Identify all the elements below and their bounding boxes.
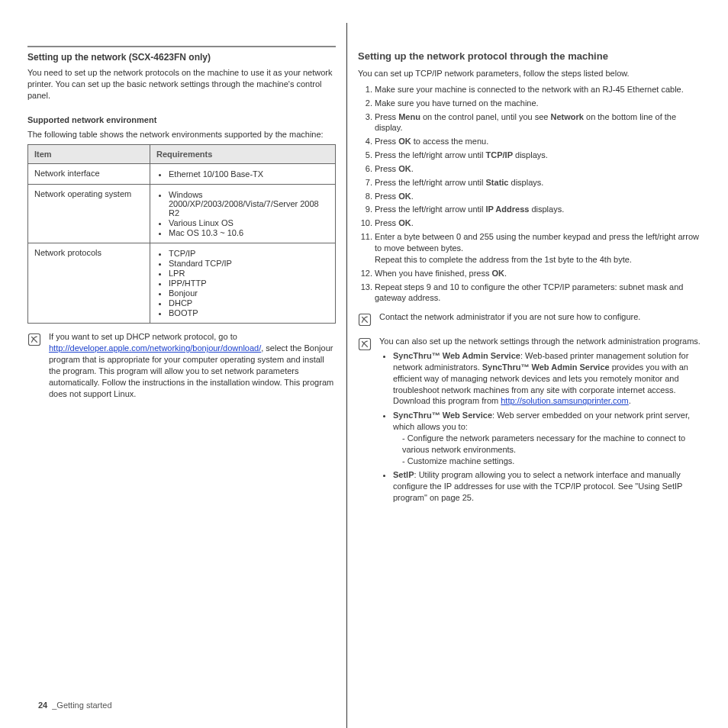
list-item: DHCP [169, 298, 329, 308]
list-item: Ethernet 10/100 Base-TX [169, 169, 329, 179]
note-icon [27, 333, 43, 399]
step-item: Press the left/right arrow until Static … [375, 177, 701, 188]
step-item: Press OK. [375, 191, 701, 202]
step-item: Press the left/right arrow until TCP/IP … [375, 150, 701, 161]
steps-list: Make sure your machine is connected to t… [358, 84, 701, 304]
list-item: BOOTP [169, 308, 329, 317]
step-item: When you have finished, press OK. [375, 268, 701, 279]
table-row-label: Network operating system [28, 185, 150, 243]
programs-note: You can also set up the network settings… [358, 336, 701, 507]
dash-item: - Configure the network parameters neces… [393, 433, 701, 456]
note-text: If you want to set up DHCP network proto… [49, 332, 237, 341]
step-item: Press Menu on the control panel, until y… [375, 111, 701, 134]
step-item: Press OK. [375, 217, 701, 229]
table-row-label: Network interface [28, 164, 150, 185]
table-row-values: Windows 2000/XP/2003/2008/Vista/7/Server… [150, 185, 336, 243]
list-item: SyncThru™ Web Admin Service: Web-based p… [393, 350, 701, 407]
right-section-heading: Setting up the network protocol through … [358, 50, 701, 62]
step-item: Repeat steps 9 and 10 to configure the o… [375, 282, 701, 304]
table-header-item: Item [28, 145, 150, 164]
step-item: Make sure you have turned on the machine… [375, 98, 701, 109]
admin-note: Contact the network administrator if you… [358, 311, 701, 328]
note-icon [358, 337, 373, 507]
intro-paragraph: You need to set up the network protocols… [27, 67, 336, 101]
page-number: 24 [38, 701, 47, 710]
table-row-values: Ethernet 10/100 Base-TX [150, 164, 336, 185]
list-item: LPR [169, 269, 329, 278]
list-item: SyncThru™ Web Service: Web server embedd… [393, 410, 701, 466]
note-icon [358, 313, 373, 328]
dash-item: - Customize machine settings. [393, 456, 701, 467]
list-item: Bonjour [169, 288, 329, 298]
bonjour-link[interactable]: http://developer.apple.com/networking/bo… [49, 343, 261, 353]
dhcp-note: If you want to set up DHCP network proto… [27, 331, 336, 399]
sub-heading-supported-env: Supported network environment [27, 115, 336, 124]
list-item: Mac OS 10.3 ~ 10.6 [169, 228, 329, 237]
table-header-req: Requirements [150, 145, 336, 164]
step-item: Enter a byte between 0 and 255 using the… [375, 231, 701, 266]
step-item: Press OK to access the menu. [375, 136, 701, 147]
note-text: Contact the network administrator if you… [379, 311, 701, 328]
list-item: IPP/HTTP [169, 279, 329, 288]
step-item: Make sure your machine is connected to t… [375, 84, 701, 95]
list-item: Various Linux OS [169, 218, 329, 227]
list-item: SetIP: Utility program allowing you to s… [393, 469, 701, 504]
right-lead: You can set up TCP/IP network parameters… [358, 68, 701, 79]
footer-label: _Getting started [52, 701, 111, 710]
list-item: Windows 2000/XP/2003/2008/Vista/7/Server… [169, 190, 329, 217]
section-heading: Setting up the network (SCX-4623FN only) [27, 46, 336, 63]
env-table: Item Requirements Network interface Ethe… [27, 144, 336, 324]
step-item: Press the left/right arrow until IP Addr… [375, 204, 701, 215]
note-text: You can also set up the network settings… [379, 336, 701, 347]
table-row-label: Network protocols [28, 243, 150, 324]
table-intro: The following table shows the network en… [27, 129, 336, 140]
step-item: Press OK. [375, 163, 701, 175]
solution-link[interactable]: http://solution.samsungprinter.com [501, 396, 629, 405]
table-row-values: TCP/IP Standard TCP/IP LPR IPP/HTTP Bonj… [150, 243, 336, 324]
list-item: Standard TCP/IP [169, 259, 329, 268]
list-item: TCP/IP [169, 249, 329, 258]
page-footer: 24_Getting started [38, 701, 112, 710]
